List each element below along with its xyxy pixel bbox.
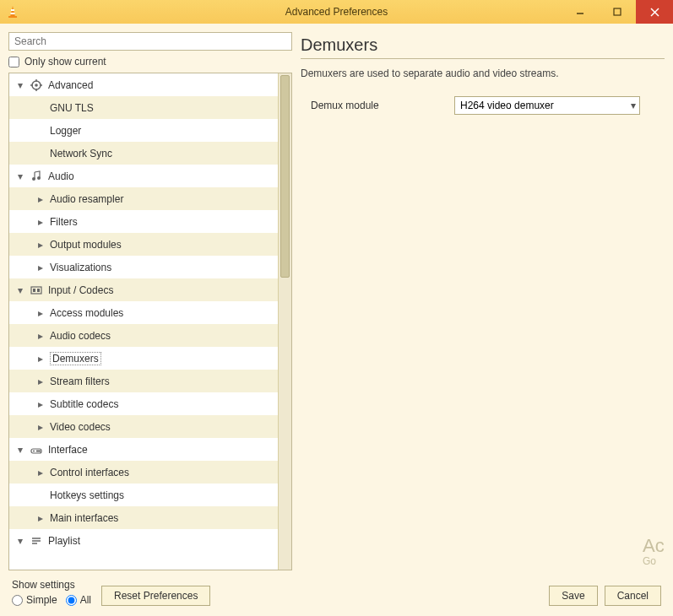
expand-icon[interactable]: ▸ <box>36 467 45 478</box>
svg-rect-17 <box>31 287 41 294</box>
preferences-tree: ▾ Advanced GNU TLS Logger Network Sync ▾… <box>8 73 292 570</box>
tree-label: Advanced <box>48 79 93 91</box>
collapse-icon[interactable]: ▾ <box>16 79 24 91</box>
tree-node-subtitle-codecs[interactable]: ▸Subtitle codecs <box>9 392 278 415</box>
left-panel: Only show current ▾ Advanced GNU TLS Log… <box>8 32 292 570</box>
radio-all[interactable]: All <box>66 594 91 606</box>
right-panel: Demuxers Demuxers are used to separate a… <box>301 32 665 570</box>
reset-preferences-button[interactable]: Reset Preferences <box>101 586 210 606</box>
radio-simple[interactable]: Simple <box>12 594 57 606</box>
tree-label: GNU TLS <box>50 102 94 114</box>
tree-node-visualizations[interactable]: ▸Visualizations <box>9 256 278 278</box>
expand-icon[interactable]: ▸ <box>36 330 45 342</box>
tree-label: Audio codecs <box>50 330 111 342</box>
tree-scrollbar[interactable] <box>278 73 291 570</box>
svg-point-15 <box>37 176 41 180</box>
search-input[interactable] <box>8 32 292 51</box>
expand-icon[interactable]: ▸ <box>36 421 45 433</box>
expand-icon[interactable]: ▸ <box>36 262 45 273</box>
content-area: Only show current ▾ Advanced GNU TLS Log… <box>0 24 673 574</box>
only-show-current-label: Only show current <box>24 56 106 68</box>
tree-node-output-modules[interactable]: ▸Output modules <box>9 233 278 256</box>
expand-icon[interactable]: ▸ <box>36 376 45 387</box>
collapse-icon[interactable]: ▾ <box>16 170 24 182</box>
titlebar: Advanced Preferences <box>0 0 673 24</box>
svg-rect-5 <box>614 8 621 15</box>
only-show-current-checkbox[interactable]: Only show current <box>8 56 292 68</box>
cancel-button[interactable]: Cancel <box>605 586 661 606</box>
codec-icon <box>30 284 43 297</box>
tree-node-gnu-tls[interactable]: GNU TLS <box>9 96 278 119</box>
tree-node-access-modules[interactable]: ▸Access modules <box>9 301 278 324</box>
demux-module-combobox[interactable]: H264 video demuxer ▾ <box>454 96 640 115</box>
tree-node-playlist[interactable]: ▾ Playlist <box>9 529 278 552</box>
demux-module-value: H264 video demuxer <box>460 100 554 111</box>
save-button[interactable]: Save <box>549 586 597 606</box>
demux-module-row: Demux module H264 video demuxer ▾ <box>301 96 665 115</box>
tree-node-stream-filters[interactable]: ▸Stream filters <box>9 370 278 392</box>
window-buttons <box>562 0 673 24</box>
tree-list[interactable]: ▾ Advanced GNU TLS Logger Network Sync ▾… <box>9 73 278 570</box>
expand-icon[interactable]: ▸ <box>36 307 45 319</box>
tree-node-filters[interactable]: ▸Filters <box>9 210 278 233</box>
bottom-bar: Show settings Simple All Reset Preferenc… <box>0 574 673 616</box>
demux-module-label: Demux module <box>301 100 444 111</box>
tree-label: Interface <box>48 444 88 456</box>
svg-marker-0 <box>10 6 15 17</box>
tree-node-interface[interactable]: ▾ Interface <box>9 438 278 461</box>
tree-node-audio-codecs[interactable]: ▸Audio codecs <box>9 324 278 347</box>
section-description: Demuxers are used to separate audio and … <box>301 68 665 79</box>
expand-icon[interactable]: ▸ <box>36 193 45 205</box>
expand-icon[interactable]: ▸ <box>36 398 45 410</box>
minimize-button[interactable] <box>562 0 599 24</box>
tree-node-audio-resampler[interactable]: ▸Audio resampler <box>9 187 278 210</box>
tree-label: Network Sync <box>50 148 112 159</box>
svg-rect-18 <box>33 289 35 292</box>
svg-rect-22 <box>36 450 41 451</box>
music-note-icon <box>30 170 43 183</box>
window-title: Advanced Preferences <box>285 6 388 18</box>
tree-node-advanced[interactable]: ▾ Advanced <box>9 73 278 96</box>
collapse-icon[interactable]: ▾ <box>16 444 24 456</box>
tree-node-input-codecs[interactable]: ▾ Input / Codecs <box>9 278 278 301</box>
tree-node-video-codecs[interactable]: ▸Video codecs <box>9 415 278 438</box>
tree-node-control-interfaces[interactable]: ▸Control interfaces <box>9 461 278 484</box>
tree-label: Logger <box>50 125 81 137</box>
svg-point-21 <box>33 450 35 451</box>
scrollbar-thumb[interactable] <box>280 75 290 278</box>
tree-node-demuxers[interactable]: ▸Demuxers <box>9 347 278 370</box>
tree-label: Hotkeys settings <box>50 489 124 501</box>
radio-simple-input[interactable] <box>12 595 23 606</box>
close-button[interactable] <box>636 0 673 24</box>
expand-icon[interactable]: ▸ <box>36 512 45 524</box>
tree-label: Stream filters <box>50 376 110 387</box>
svg-rect-19 <box>37 289 40 292</box>
tree-node-audio[interactable]: ▾ Audio <box>9 165 278 187</box>
expand-icon[interactable]: ▸ <box>36 353 45 365</box>
playlist-icon <box>30 534 43 548</box>
tree-label: Filters <box>50 216 78 228</box>
maximize-button[interactable] <box>599 0 636 24</box>
expand-icon[interactable]: ▸ <box>36 239 45 251</box>
svg-rect-1 <box>11 9 14 11</box>
tree-node-logger[interactable]: Logger <box>9 119 278 142</box>
tree-node-network-sync[interactable]: Network Sync <box>9 142 278 165</box>
tree-node-hotkeys-settings[interactable]: Hotkeys settings <box>9 484 278 506</box>
only-show-current-input[interactable] <box>8 57 19 68</box>
svg-rect-2 <box>11 13 15 14</box>
interface-icon <box>30 443 43 457</box>
svg-rect-3 <box>8 16 17 18</box>
svg-point-9 <box>35 84 38 87</box>
tree-label: Audio <box>48 170 74 182</box>
collapse-icon[interactable]: ▾ <box>16 535 24 547</box>
radio-all-input[interactable] <box>66 595 77 606</box>
vlc-cone-icon <box>5 4 20 19</box>
tree-label: Control interfaces <box>50 467 129 478</box>
expand-icon[interactable]: ▸ <box>36 216 45 228</box>
show-settings-radios: Simple All <box>12 594 91 606</box>
tree-node-main-interfaces[interactable]: ▸Main interfaces <box>9 506 278 529</box>
tree-label: Main interfaces <box>50 512 118 524</box>
section-title: Demuxers <box>301 35 665 55</box>
collapse-icon[interactable]: ▾ <box>16 284 24 296</box>
chevron-down-icon: ▾ <box>631 100 636 111</box>
